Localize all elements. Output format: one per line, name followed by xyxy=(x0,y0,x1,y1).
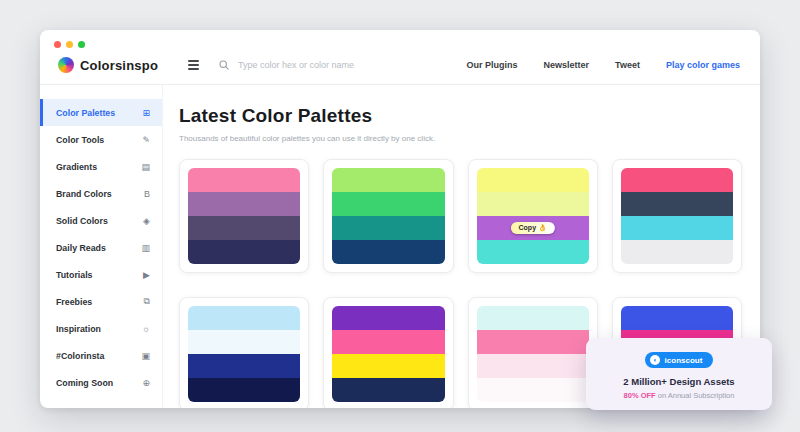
bulb-icon: ☼ xyxy=(142,324,150,334)
copy-button[interactable]: Copy 👌 xyxy=(511,222,555,234)
nav-our-plugins[interactable]: Our Plugins xyxy=(467,60,518,70)
palette-band[interactable] xyxy=(621,216,733,240)
page-title: Latest Color Palettes xyxy=(179,105,742,127)
instagram-icon: ▣ xyxy=(141,351,150,361)
palette-band[interactable] xyxy=(332,168,444,192)
sidebar-item-color-palettes[interactable]: Color Palettes ⊞ xyxy=(40,99,162,126)
palette-band[interactable]: Copy 👌 xyxy=(477,216,589,240)
hamburger-menu-icon[interactable] xyxy=(186,58,201,72)
iconscout-promo-card[interactable]: ◖ iconscout 2 Million+ Design Assets 80%… xyxy=(586,338,772,410)
close-window-button[interactable] xyxy=(54,41,61,48)
palette-band[interactable] xyxy=(332,378,444,402)
sidebar-item-freebies[interactable]: Freebies ⧉ xyxy=(40,288,162,315)
sidebar-item-brand-colors[interactable]: Brand Colors B xyxy=(40,180,162,207)
palette-band[interactable] xyxy=(477,378,589,402)
palette-card xyxy=(323,159,453,273)
palette-band[interactable] xyxy=(332,306,444,330)
palette-band[interactable] xyxy=(477,306,589,330)
palette-band[interactable] xyxy=(621,240,733,264)
sidebar-item-daily-reads[interactable]: Daily Reads ▥ xyxy=(40,234,162,261)
freebies-box-icon: ⧉ xyxy=(144,296,150,307)
sidebar-item-inspiration[interactable]: Inspiration ☼ xyxy=(40,315,162,342)
minimize-window-button[interactable] xyxy=(66,41,73,48)
search-bar xyxy=(219,59,415,71)
palette-band[interactable] xyxy=(477,168,589,192)
search-input[interactable] xyxy=(236,59,415,71)
maximize-window-button[interactable] xyxy=(78,41,85,48)
palette-card xyxy=(179,159,309,273)
palette-band[interactable] xyxy=(188,378,300,402)
pencil-icon: ✎ xyxy=(142,135,150,145)
palette-band[interactable] xyxy=(332,330,444,354)
palette-band[interactable] xyxy=(188,168,300,192)
palette-band[interactable] xyxy=(621,168,733,192)
nav-play-color-games[interactable]: Play color games xyxy=(666,60,740,70)
logo-text: Colorsinspo xyxy=(80,58,158,73)
palette-card xyxy=(612,159,742,273)
palette-band[interactable] xyxy=(332,354,444,378)
palette-band[interactable] xyxy=(477,330,589,354)
palette-band[interactable] xyxy=(188,240,300,264)
page-subtitle: Thousands of beautiful color palettes yo… xyxy=(179,134,742,143)
site-header: Colorsinspo Our Plugins Newsletter Tweet… xyxy=(40,48,760,85)
palette-band[interactable] xyxy=(188,192,300,216)
promo-title: 2 Million+ Design Assets xyxy=(596,376,762,387)
promo-offer-suffix: on Annual Subscription xyxy=(656,391,735,400)
palette-band[interactable] xyxy=(332,192,444,216)
sidebar-item-tutorials[interactable]: Tutorials ▶ xyxy=(40,261,162,288)
palette-band[interactable] xyxy=(477,354,589,378)
colorsinspo-logo-icon xyxy=(58,57,74,73)
palette-band[interactable] xyxy=(188,306,300,330)
globe-icon: ⊕ xyxy=(142,378,150,388)
palettes-grid-icon: ⊞ xyxy=(142,108,150,118)
palette-band[interactable] xyxy=(621,306,733,330)
palette-card: Copy 👌 xyxy=(468,159,598,273)
palette-band[interactable] xyxy=(332,240,444,264)
palette-band[interactable] xyxy=(477,192,589,216)
palette-band[interactable] xyxy=(188,354,300,378)
palette-band[interactable] xyxy=(621,192,733,216)
window-titlebar xyxy=(40,30,760,48)
palette-band[interactable] xyxy=(332,216,444,240)
sidebar-item-coming-soon[interactable]: Coming Soon ⊕ xyxy=(40,369,162,396)
solid-swatch-icon: ◈ xyxy=(143,216,150,226)
header-nav: Our Plugins Newsletter Tweet Play color … xyxy=(467,60,740,70)
gradient-card-icon: ▤ xyxy=(141,162,150,172)
promo-offer: 80% OFF on Annual Subscription xyxy=(596,391,762,400)
sidebar: Color Palettes ⊞ Color Tools ✎ Gradients… xyxy=(40,85,163,408)
nav-newsletter[interactable]: Newsletter xyxy=(544,60,590,70)
sidebar-item-colorinsta[interactable]: #Colorinsta ▣ xyxy=(40,342,162,369)
palette-card xyxy=(179,297,309,408)
book-icon: ▥ xyxy=(141,243,150,253)
sidebar-item-color-tools[interactable]: Color Tools ✎ xyxy=(40,126,162,153)
palette-card xyxy=(323,297,453,408)
promo-offer-percent: 80% OFF xyxy=(624,391,656,400)
sidebar-item-gradients[interactable]: Gradients ▤ xyxy=(40,153,162,180)
palette-band[interactable] xyxy=(188,216,300,240)
sidebar-item-solid-colors[interactable]: Solid Colors ◈ xyxy=(40,207,162,234)
nav-tweet[interactable]: Tweet xyxy=(615,60,640,70)
search-icon xyxy=(219,60,229,70)
iconscout-logo-icon: ◖ xyxy=(650,355,660,365)
brand-b-icon: B xyxy=(144,189,150,199)
video-play-icon: ▶ xyxy=(143,270,150,280)
palette-band[interactable] xyxy=(188,330,300,354)
iconscout-brand-badge: ◖ iconscout xyxy=(645,352,714,368)
palette-band[interactable] xyxy=(477,240,589,264)
palette-card xyxy=(468,297,598,408)
colorsinspo-logo[interactable]: Colorsinspo xyxy=(58,57,158,73)
